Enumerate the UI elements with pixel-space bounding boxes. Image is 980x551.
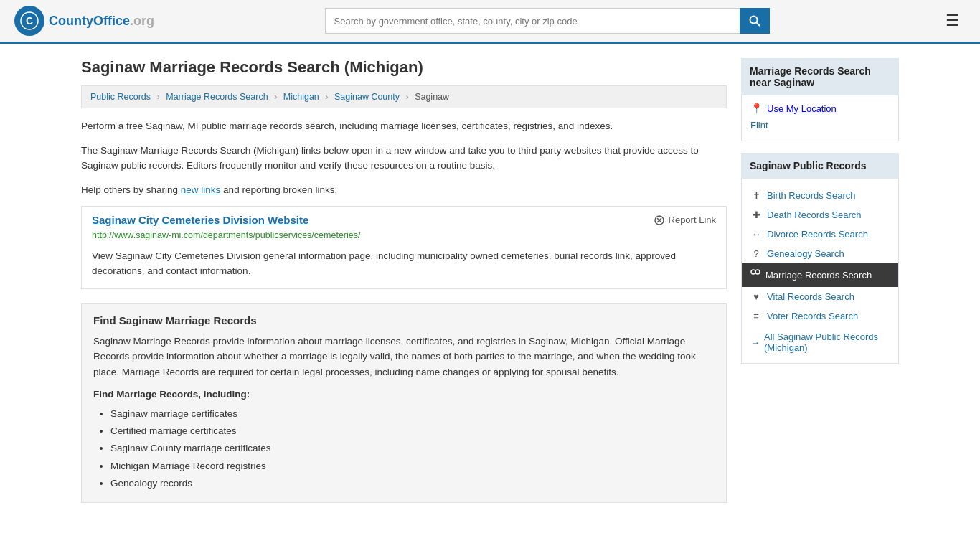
- find-records-list: Saginaw marriage certificates Certified …: [93, 405, 715, 492]
- page-title: Saginaw Marriage Records Search (Michiga…: [81, 58, 727, 77]
- sidebar-near-title: Marriage Records Search near Saginaw: [741, 58, 899, 95]
- divorce-icon: ↔: [750, 229, 762, 240]
- sidebar-item-divorce-records[interactable]: ↔ Divorce Records Search: [750, 225, 890, 244]
- sidebar-public-records-box: Saginaw Public Records ✝ Birth Records S…: [741, 153, 899, 364]
- list-item: Michigan Marriage Record registries: [110, 458, 715, 475]
- sidebar-item-voter-records[interactable]: ≡ Voter Records Search: [750, 306, 890, 326]
- sidebar-item-death-records[interactable]: ✚ Death Records Search: [750, 205, 890, 225]
- record-link-header: Saginaw City Cemeteries Division Website…: [82, 207, 726, 230]
- menu-button[interactable]: ☰: [940, 9, 966, 33]
- flint-link[interactable]: Flint: [750, 117, 890, 133]
- breadcrumb-sep-4: ›: [405, 92, 408, 102]
- use-my-location[interactable]: 📍 Use My Location: [750, 103, 890, 114]
- sidebar-public-records-content: ✝ Birth Records Search ✚ Death Records S…: [741, 179, 899, 364]
- record-link-box: Saginaw City Cemeteries Division Website…: [81, 206, 727, 289]
- list-item: Genealogy records: [110, 475, 715, 492]
- voter-records-link[interactable]: Voter Records Search: [767, 311, 858, 321]
- birth-records-link[interactable]: Birth Records Search: [767, 190, 856, 201]
- sidebar-item-vital-records[interactable]: ♥ Vital Records Search: [750, 287, 890, 306]
- report-link-label: Report Link: [669, 215, 716, 225]
- svg-point-8: [755, 270, 760, 274]
- genealogy-link[interactable]: Genealogy Search: [767, 248, 844, 259]
- voter-icon: ≡: [750, 311, 762, 321]
- breadcrumb-sep-1: ›: [157, 92, 160, 102]
- new-links-link[interactable]: new links: [181, 184, 221, 195]
- search-bar: [325, 8, 770, 34]
- breadcrumb-michigan[interactable]: Michigan: [283, 92, 319, 102]
- logo[interactable]: C CountyOffice.org: [14, 6, 154, 36]
- sidebar-item-marriage-records[interactable]: Marriage Records Search: [742, 263, 898, 287]
- svg-point-2: [750, 17, 757, 24]
- find-section-subtitle: Find Marriage Records, including:: [93, 389, 715, 400]
- description-para1: Perform a free Saginaw, MI public marria…: [81, 118, 727, 134]
- sidebar-item-birth-records[interactable]: ✝ Birth Records Search: [750, 186, 890, 205]
- all-records-link[interactable]: → All Saginaw Public Records (Michigan): [750, 326, 890, 356]
- svg-point-7: [751, 270, 755, 274]
- location-icon: 📍: [750, 103, 763, 114]
- logo-icon: C: [14, 6, 44, 36]
- death-icon: ✚: [750, 209, 762, 220]
- list-item: Certified marriage certificates: [110, 423, 715, 440]
- sidebar-item-genealogy[interactable]: ? Genealogy Search: [750, 244, 890, 263]
- record-url-link[interactable]: http://www.saginaw-mi.com/departments/pu…: [92, 230, 360, 240]
- content-area: Saginaw Marriage Records Search (Michiga…: [81, 58, 727, 514]
- search-button[interactable]: [740, 8, 770, 34]
- breadcrumb-saginaw-county[interactable]: Saginaw County: [334, 92, 400, 102]
- sidebar-near-content: 📍 Use My Location Flint: [741, 95, 899, 141]
- vital-records-link[interactable]: Vital Records Search: [767, 291, 854, 302]
- birth-icon: ✝: [750, 190, 762, 201]
- vital-icon: ♥: [750, 291, 762, 302]
- svg-text:C: C: [26, 15, 33, 27]
- genealogy-icon: ?: [750, 248, 762, 259]
- death-records-link[interactable]: Death Records Search: [767, 209, 862, 220]
- main-container: Saginaw Marriage Records Search (Michiga…: [67, 44, 913, 529]
- record-link-url[interactable]: http://www.saginaw-mi.com/departments/pu…: [82, 230, 726, 245]
- use-location-link[interactable]: Use My Location: [767, 103, 837, 114]
- description-para2: The Saginaw Marriage Records Search (Mic…: [81, 143, 727, 174]
- sidebar-near-box: Marriage Records Search near Saginaw 📍 U…: [741, 58, 899, 141]
- search-input[interactable]: [325, 8, 740, 34]
- sidebar: Marriage Records Search near Saginaw 📍 U…: [741, 58, 899, 514]
- description-para3: Help others by sharing new links and rep…: [81, 182, 727, 198]
- divorce-records-link[interactable]: Divorce Records Search: [767, 229, 868, 240]
- all-records-label: All Saginaw Public Records (Michigan): [764, 331, 890, 353]
- find-section-title: Find Saginaw Marriage Records: [93, 314, 715, 326]
- find-section: Find Saginaw Marriage Records Saginaw Ma…: [81, 303, 727, 503]
- breadcrumb-sep-2: ›: [274, 92, 277, 102]
- marriage-icon: [750, 269, 760, 281]
- breadcrumb-saginaw: Saginaw: [415, 92, 449, 102]
- report-link-button[interactable]: Report Link: [654, 215, 716, 226]
- list-item: Saginaw marriage certificates: [110, 405, 715, 423]
- list-item: Saginaw County marriage certificates: [110, 440, 715, 457]
- record-link-title[interactable]: Saginaw City Cemeteries Division Website: [92, 214, 308, 226]
- logo-text: CountyOffice.org: [49, 14, 154, 29]
- breadcrumb-public-records[interactable]: Public Records: [90, 92, 151, 102]
- svg-line-3: [756, 23, 760, 27]
- marriage-records-link[interactable]: Marriage Records Search: [765, 270, 872, 281]
- site-header: C CountyOffice.org ☰: [0, 0, 980, 44]
- breadcrumb: Public Records › Marriage Records Search…: [81, 85, 727, 108]
- all-records-arrow: →: [750, 337, 760, 348]
- find-section-description: Saginaw Marriage Records provide informa…: [93, 334, 715, 380]
- record-link-description: View Saginaw City Cemeteries Division ge…: [82, 245, 726, 288]
- breadcrumb-sep-3: ›: [325, 92, 328, 102]
- breadcrumb-marriage-records-search[interactable]: Marriage Records Search: [166, 92, 268, 102]
- report-icon: [654, 215, 665, 226]
- sidebar-public-records-title: Saginaw Public Records: [741, 153, 899, 179]
